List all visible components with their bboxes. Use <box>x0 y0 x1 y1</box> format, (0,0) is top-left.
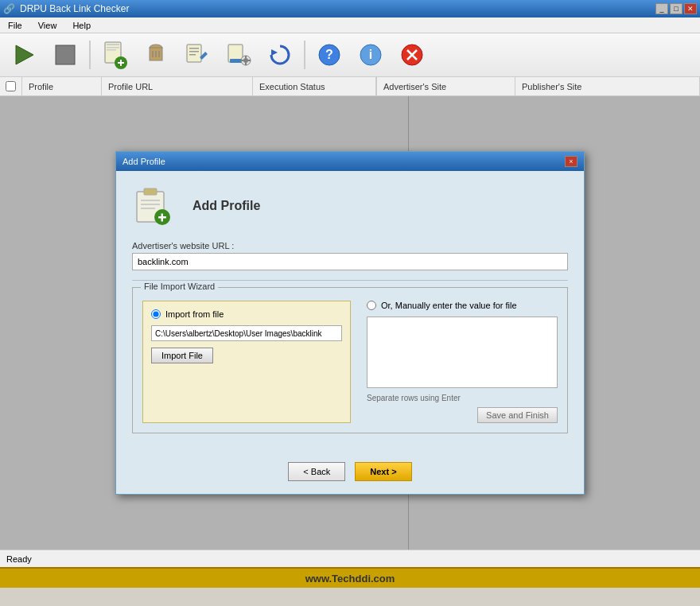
menu-file[interactable]: File <box>3 19 27 32</box>
footer-watermark: www.Techddi.com <box>0 567 700 588</box>
svg-marker-0 <box>16 45 33 64</box>
svg-rect-17 <box>189 54 196 56</box>
svg-text:?: ? <box>325 48 333 61</box>
wizard-legend: File Import Wizard <box>141 282 218 291</box>
menu-bar: File View Help <box>0 17 700 33</box>
th-execution-status: Execution Status <box>253 77 376 95</box>
dialog-heading: Add Profile <box>192 199 260 213</box>
add-profile-dialog: Add Profile × <box>115 151 585 495</box>
wizard-content: Import from file Import File Or, Manuall… <box>142 301 558 423</box>
th-advertiser-site: Advertiser's Site <box>376 77 515 95</box>
th-publisher-site: Publisher's Site <box>515 77 700 95</box>
import-from-file-panel: Import from file Import File <box>142 301 351 423</box>
dialog-header: Add Profile <box>132 184 568 228</box>
manual-entry-option: Or, Manually enter the value for file <box>367 301 558 310</box>
menu-help[interactable]: Help <box>68 19 95 32</box>
footer-text: www.Techddi.com <box>305 573 395 585</box>
info-icon: i <box>357 41 384 68</box>
svg-rect-15 <box>189 48 199 49</box>
save-and-finish-button[interactable]: Save and Finish <box>477 407 558 423</box>
advertiser-url-section: Advertiser's website URL : <box>132 241 568 270</box>
section-divider <box>132 280 568 281</box>
advertiser-url-input[interactable] <box>132 253 568 270</box>
play-icon <box>11 42 37 68</box>
window-controls: _ □ ✕ <box>655 3 697 14</box>
svg-text:i: i <box>369 48 372 61</box>
svg-rect-39 <box>141 208 155 209</box>
status-text: Ready <box>6 554 32 564</box>
minimize-button[interactable]: _ <box>655 3 668 14</box>
dialog-icon-container <box>132 184 177 228</box>
refresh-button[interactable] <box>261 37 299 72</box>
add-profile-icon <box>100 41 129 69</box>
file-path-input[interactable] <box>151 325 342 341</box>
import-from-file-label: Import from file <box>165 309 224 319</box>
toolbar-close-button[interactable] <box>393 37 431 72</box>
svg-rect-42 <box>161 214 164 222</box>
toolbar: ? i <box>0 33 700 77</box>
svg-point-22 <box>243 58 248 63</box>
import-from-file-radio[interactable] <box>151 309 161 319</box>
settings-button[interactable] <box>220 37 258 72</box>
manual-entry-panel: Or, Manually enter the value for file Se… <box>367 301 558 423</box>
svg-rect-14 <box>187 45 201 62</box>
svg-rect-3 <box>107 44 119 45</box>
svg-rect-1 <box>56 45 75 64</box>
next-button[interactable]: Next > <box>355 462 411 481</box>
svg-rect-8 <box>120 60 122 66</box>
modal-overlay: Add Profile × <box>0 96 700 550</box>
table-header: Profile Profile URL Execution Status Adv… <box>0 77 700 96</box>
settings-icon <box>225 41 252 68</box>
svg-rect-16 <box>189 51 199 52</box>
back-button[interactable]: < Back <box>288 462 345 481</box>
add-profile-button[interactable] <box>95 37 134 72</box>
import-file-button[interactable]: Import File <box>151 348 213 363</box>
svg-rect-25 <box>241 60 243 61</box>
toolbar-separator-1 <box>89 41 91 69</box>
dialog-close-button[interactable]: × <box>565 156 578 167</box>
svg-rect-24 <box>245 63 247 65</box>
menu-view[interactable]: View <box>33 19 62 32</box>
edit-icon <box>184 41 211 68</box>
advertiser-url-label: Advertiser's website URL : <box>132 241 568 251</box>
svg-rect-26 <box>248 60 251 61</box>
close-window-button[interactable]: ✕ <box>684 3 697 14</box>
manual-entry-radio[interactable] <box>367 301 376 310</box>
file-import-wizard: File Import Wizard Import from file Impo… <box>132 287 568 433</box>
svg-marker-27 <box>271 49 278 56</box>
delete-button[interactable] <box>137 37 175 72</box>
dialog-title-bar: Add Profile × <box>116 152 584 171</box>
svg-rect-36 <box>144 188 157 195</box>
delete-icon <box>142 41 169 68</box>
edit-button[interactable] <box>178 37 216 72</box>
th-checkbox <box>0 77 22 95</box>
manual-entry-textarea[interactable] <box>367 317 558 388</box>
play-button[interactable] <box>5 37 43 72</box>
help-button[interactable]: ? <box>310 37 348 72</box>
svg-rect-37 <box>141 200 160 201</box>
stop-button[interactable] <box>46 37 84 72</box>
help-icon: ? <box>316 41 343 68</box>
svg-rect-38 <box>141 204 160 205</box>
maximize-button[interactable]: □ <box>670 3 682 14</box>
dialog-title: Add Profile <box>122 157 165 166</box>
svg-rect-4 <box>107 47 119 49</box>
dialog-footer: < Back Next > <box>116 456 584 494</box>
app-title: DRPU Back Link Checker <box>20 3 129 14</box>
title-bar: 🔗 DRPU Back Link Checker _ □ ✕ <box>0 0 700 17</box>
th-profile: Profile <box>22 77 102 95</box>
add-profile-dialog-icon <box>132 184 173 225</box>
status-bar: Ready <box>0 550 700 567</box>
hint-text: Separate rows using Enter <box>367 394 558 402</box>
manual-entry-label: Or, Manually enter the value for file <box>381 301 517 310</box>
toolbar-close-icon <box>399 41 426 68</box>
stop-icon <box>52 42 78 68</box>
toolbar-separator-2 <box>304 41 305 69</box>
info-button[interactable]: i <box>352 37 390 72</box>
svg-rect-5 <box>107 49 116 51</box>
svg-rect-23 <box>245 56 247 58</box>
dialog-body: Add Profile Advertiser's website URL : F… <box>116 171 584 456</box>
app-icon: 🔗 <box>3 3 15 14</box>
import-from-file-option: Import from file <box>151 309 342 319</box>
select-all-checkbox[interactable] <box>6 81 16 91</box>
